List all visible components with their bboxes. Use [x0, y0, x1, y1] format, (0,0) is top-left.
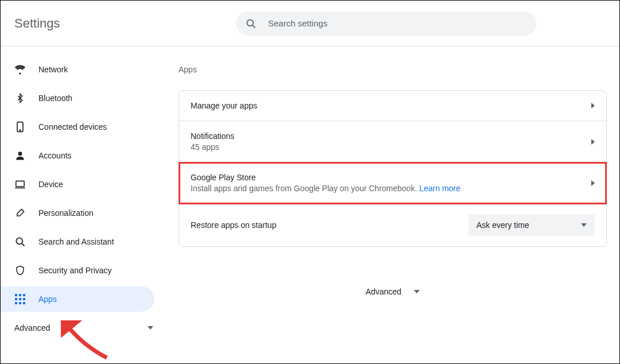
- chevron-down-icon: [581, 223, 587, 227]
- row-subtitle: Install apps and games from Google Play …: [191, 184, 591, 193]
- row-restore-apps: Restore apps on startup Ask every time: [179, 204, 606, 246]
- row-notifications[interactable]: Notifications 45 apps: [179, 121, 606, 162]
- header: Settings: [1, 1, 619, 47]
- sidebar-advanced-toggle[interactable]: Advanced: [1, 315, 161, 340]
- chevron-right-icon: [591, 139, 595, 145]
- sidebar-item-label: Security and Privacy: [38, 266, 112, 275]
- sidebar-item-device[interactable]: Device: [1, 172, 161, 197]
- sidebar-item-security-privacy[interactable]: Security and Privacy: [1, 258, 161, 283]
- svg-rect-5: [16, 181, 24, 187]
- sidebar-item-label: Network: [38, 65, 68, 74]
- sidebar: Network Bluetooth Connected devices Acco…: [1, 47, 161, 363]
- section-title: Apps: [179, 65, 607, 74]
- search-input[interactable]: [268, 18, 528, 28]
- wifi-icon: [14, 64, 26, 75]
- svg-rect-13: [19, 298, 21, 300]
- row-title: Manage your apps: [191, 101, 591, 110]
- brush-icon: [14, 207, 26, 219]
- sidebar-item-label: Accounts: [38, 151, 72, 160]
- svg-line-1: [253, 25, 255, 28]
- sidebar-item-label: Device: [38, 180, 63, 189]
- select-value: Ask every time: [476, 220, 529, 230]
- settings-card: Manage your apps Notifications 45 apps G…: [179, 90, 607, 247]
- sidebar-item-accounts[interactable]: Accounts: [1, 143, 161, 168]
- phone-icon: [14, 121, 26, 133]
- advanced-label: Advanced: [366, 287, 401, 296]
- svg-rect-12: [15, 298, 17, 300]
- row-manage-apps[interactable]: Manage your apps: [179, 91, 606, 121]
- row-title: Google Play Store: [191, 173, 591, 182]
- row-title: Notifications: [191, 131, 591, 141]
- shield-icon: [14, 265, 26, 276]
- apps-icon: [14, 293, 26, 305]
- svg-point-0: [247, 20, 253, 26]
- row-title: Restore apps on startup: [191, 220, 468, 230]
- row-google-play-store[interactable]: Google Play Store Install apps and games…: [179, 162, 606, 204]
- sidebar-item-label: Apps: [38, 295, 57, 304]
- main-content: Apps Manage your apps Notifications 45 a…: [161, 47, 619, 363]
- learn-more-link[interactable]: Learn more: [419, 184, 460, 193]
- svg-rect-16: [19, 302, 21, 304]
- chevron-right-icon: [591, 180, 595, 186]
- chevron-right-icon: [591, 103, 595, 109]
- sidebar-item-network[interactable]: Network: [1, 57, 161, 82]
- restore-apps-select[interactable]: Ask every time: [468, 214, 595, 236]
- svg-rect-14: [23, 298, 25, 300]
- svg-rect-11: [23, 294, 25, 296]
- svg-point-7: [16, 238, 22, 244]
- sidebar-item-label: Connected devices: [38, 122, 107, 131]
- sidebar-item-label: Search and Assistant: [38, 237, 114, 246]
- svg-rect-9: [15, 294, 17, 296]
- sidebar-item-bluetooth[interactable]: Bluetooth: [1, 86, 161, 111]
- sidebar-item-label: Bluetooth: [38, 94, 72, 103]
- sidebar-item-personalization[interactable]: Personalization: [1, 200, 161, 226]
- svg-rect-15: [15, 302, 17, 304]
- chevron-down-icon: [148, 326, 153, 330]
- laptop-icon: [14, 179, 26, 190]
- sidebar-item-connected-devices[interactable]: Connected devices: [1, 114, 161, 140]
- advanced-label: Advanced: [14, 323, 50, 332]
- search-box[interactable]: [236, 11, 537, 36]
- sidebar-item-label: Personalization: [38, 208, 94, 218]
- search-icon: [245, 18, 257, 29]
- svg-point-3: [20, 130, 21, 131]
- page-title: Settings: [14, 16, 60, 31]
- bluetooth-icon: [14, 92, 26, 104]
- svg-line-8: [22, 243, 25, 246]
- sidebar-item-apps[interactable]: Apps: [1, 286, 154, 312]
- main-advanced-toggle[interactable]: Advanced: [179, 287, 607, 296]
- row-subtitle: 45 apps: [191, 142, 591, 152]
- svg-rect-10: [19, 294, 21, 296]
- chevron-down-icon: [414, 290, 420, 293]
- svg-rect-17: [23, 302, 25, 304]
- svg-point-4: [18, 152, 22, 156]
- sidebar-item-search-assistant[interactable]: Search and Assistant: [1, 229, 161, 254]
- person-icon: [14, 150, 26, 161]
- search-icon: [14, 236, 26, 247]
